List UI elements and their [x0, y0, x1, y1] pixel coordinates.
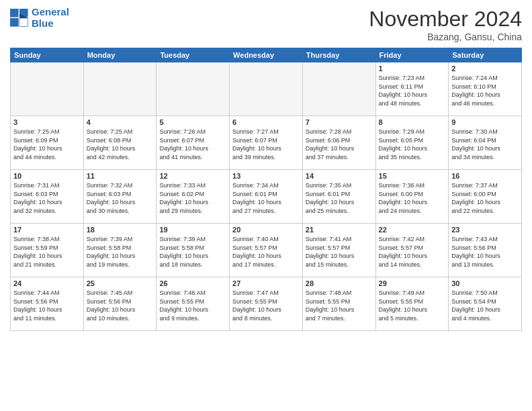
day-info: Sunrise: 7:43 AMSunset: 5:56 PMDaylight:… — [451, 235, 519, 269]
day-info: Sunrise: 7:25 AMSunset: 6:08 PMDaylight:… — [87, 128, 154, 161]
day-number: 17 — [13, 226, 81, 234]
day-info: Sunrise: 7:27 AMSunset: 6:07 PMDaylight:… — [232, 128, 300, 161]
logo-line2: Blue — [32, 17, 54, 29]
header: General Blue November 2024 Bazang, Gansu… — [10, 7, 522, 42]
col-saturday: Saturday — [449, 48, 522, 62]
title-area: November 2024 Bazang, Gansu, China — [369, 7, 522, 42]
col-tuesday: Tuesday — [157, 48, 230, 62]
calendar-table: Sunday Monday Tuesday Wednesday Thursday… — [10, 48, 522, 331]
logo-icon — [10, 9, 29, 28]
header-row: Sunday Monday Tuesday Wednesday Thursday… — [11, 48, 522, 62]
calendar-cell: 11Sunrise: 7:32 AMSunset: 6:03 PMDayligh… — [83, 170, 157, 224]
day-info: Sunrise: 7:46 AMSunset: 5:55 PMDaylight:… — [159, 289, 226, 322]
day-number: 28 — [306, 279, 373, 287]
week-row-4: 24Sunrise: 7:44 AMSunset: 5:56 PMDayligh… — [11, 277, 522, 331]
calendar-cell: 19Sunrise: 7:39 AMSunset: 5:58 PMDayligh… — [157, 224, 230, 277]
calendar-cell: 15Sunrise: 7:36 AMSunset: 6:00 PMDayligh… — [375, 170, 449, 224]
week-row-3: 17Sunrise: 7:38 AMSunset: 5:59 PMDayligh… — [11, 224, 522, 277]
day-number: 15 — [379, 172, 446, 180]
calendar-cell — [157, 62, 230, 116]
day-number: 26 — [159, 279, 226, 287]
logo-text: General Blue — [32, 7, 69, 29]
week-row-1: 3Sunrise: 7:25 AMSunset: 6:09 PMDaylight… — [11, 116, 522, 170]
day-info: Sunrise: 7:49 AMSunset: 5:55 PMDaylight:… — [379, 289, 446, 322]
day-info: Sunrise: 7:36 AMSunset: 6:00 PMDaylight:… — [379, 181, 446, 215]
calendar-cell: 13Sunrise: 7:34 AMSunset: 6:01 PMDayligh… — [230, 170, 303, 224]
calendar-cell — [230, 62, 303, 116]
calendar-cell: 25Sunrise: 7:45 AMSunset: 5:56 PMDayligh… — [83, 277, 157, 331]
calendar-cell — [11, 62, 84, 116]
day-info: Sunrise: 7:23 AMSunset: 6:11 PMDaylight:… — [379, 74, 446, 107]
page: General Blue November 2024 Bazang, Gansu… — [0, 0, 532, 338]
calendar-cell: 17Sunrise: 7:38 AMSunset: 5:59 PMDayligh… — [11, 224, 84, 277]
col-monday: Monday — [83, 48, 157, 62]
col-friday: Friday — [375, 48, 449, 62]
day-info: Sunrise: 7:41 AMSunset: 5:57 PMDaylight:… — [306, 235, 373, 269]
calendar-cell: 8Sunrise: 7:29 AMSunset: 6:05 PMDaylight… — [375, 116, 449, 170]
day-info: Sunrise: 7:47 AMSunset: 5:55 PMDaylight:… — [232, 289, 300, 322]
day-number: 3 — [13, 118, 81, 126]
calendar-cell: 4Sunrise: 7:25 AMSunset: 6:08 PMDaylight… — [83, 116, 157, 170]
calendar-cell: 1Sunrise: 7:23 AMSunset: 6:11 PMDaylight… — [375, 62, 449, 116]
day-number: 24 — [13, 279, 81, 287]
day-info: Sunrise: 7:34 AMSunset: 6:01 PMDaylight:… — [232, 181, 300, 215]
svg-rect-0 — [10, 9, 19, 17]
day-info: Sunrise: 7:26 AMSunset: 6:07 PMDaylight:… — [159, 128, 226, 161]
day-number: 16 — [451, 172, 519, 180]
day-number: 11 — [87, 172, 154, 180]
calendar-cell: 10Sunrise: 7:31 AMSunset: 6:03 PMDayligh… — [11, 170, 84, 224]
calendar-cell: 14Sunrise: 7:35 AMSunset: 6:01 PMDayligh… — [302, 170, 375, 224]
week-row-2: 10Sunrise: 7:31 AMSunset: 6:03 PMDayligh… — [11, 170, 522, 224]
day-info: Sunrise: 7:42 AMSunset: 5:57 PMDaylight:… — [379, 235, 446, 269]
day-number: 18 — [87, 226, 154, 234]
day-number: 14 — [306, 172, 373, 180]
calendar-cell: 28Sunrise: 7:48 AMSunset: 5:55 PMDayligh… — [302, 277, 375, 331]
day-number: 8 — [379, 118, 446, 126]
calendar-cell: 3Sunrise: 7:25 AMSunset: 6:09 PMDaylight… — [11, 116, 84, 170]
col-sunday: Sunday — [11, 48, 84, 62]
calendar-cell: 6Sunrise: 7:27 AMSunset: 6:07 PMDaylight… — [230, 116, 303, 170]
day-number: 22 — [379, 226, 446, 234]
day-info: Sunrise: 7:44 AMSunset: 5:56 PMDaylight:… — [13, 289, 81, 322]
week-row-0: 1Sunrise: 7:23 AMSunset: 6:11 PMDaylight… — [11, 62, 522, 116]
calendar-cell: 18Sunrise: 7:39 AMSunset: 5:58 PMDayligh… — [83, 224, 157, 277]
month-title: November 2024 — [369, 7, 522, 32]
day-number: 13 — [232, 172, 300, 180]
calendar-cell: 12Sunrise: 7:33 AMSunset: 6:02 PMDayligh… — [157, 170, 230, 224]
day-number: 21 — [306, 226, 373, 234]
logo: General Blue — [10, 7, 69, 29]
day-number: 10 — [13, 172, 81, 180]
day-info: Sunrise: 7:25 AMSunset: 6:09 PMDaylight:… — [13, 128, 81, 161]
day-number: 20 — [232, 226, 300, 234]
calendar-cell: 20Sunrise: 7:40 AMSunset: 5:57 PMDayligh… — [230, 224, 303, 277]
day-info: Sunrise: 7:50 AMSunset: 5:54 PMDaylight:… — [451, 289, 519, 322]
calendar-cell: 29Sunrise: 7:49 AMSunset: 5:55 PMDayligh… — [375, 277, 449, 331]
day-info: Sunrise: 7:35 AMSunset: 6:01 PMDaylight:… — [306, 181, 373, 215]
calendar-cell: 7Sunrise: 7:28 AMSunset: 6:06 PMDaylight… — [302, 116, 375, 170]
day-info: Sunrise: 7:33 AMSunset: 6:02 PMDaylight:… — [159, 181, 226, 215]
day-number: 6 — [232, 118, 300, 126]
day-info: Sunrise: 7:37 AMSunset: 6:00 PMDaylight:… — [451, 181, 519, 215]
calendar-cell: 24Sunrise: 7:44 AMSunset: 5:56 PMDayligh… — [11, 277, 84, 331]
calendar-cell: 21Sunrise: 7:41 AMSunset: 5:57 PMDayligh… — [302, 224, 375, 277]
calendar-cell: 9Sunrise: 7:30 AMSunset: 6:04 PMDaylight… — [449, 116, 522, 170]
day-number: 19 — [159, 226, 226, 234]
day-info: Sunrise: 7:39 AMSunset: 5:58 PMDaylight:… — [159, 235, 226, 269]
day-info: Sunrise: 7:48 AMSunset: 5:55 PMDaylight:… — [306, 289, 373, 322]
day-info: Sunrise: 7:45 AMSunset: 5:56 PMDaylight:… — [87, 289, 154, 322]
day-info: Sunrise: 7:32 AMSunset: 6:03 PMDaylight:… — [87, 181, 154, 215]
calendar-cell: 16Sunrise: 7:37 AMSunset: 6:00 PMDayligh… — [449, 170, 522, 224]
svg-rect-2 — [10, 18, 19, 27]
calendar-cell — [83, 62, 157, 116]
day-info: Sunrise: 7:28 AMSunset: 6:06 PMDaylight:… — [306, 128, 373, 161]
day-info: Sunrise: 7:38 AMSunset: 5:59 PMDaylight:… — [13, 235, 81, 269]
day-number: 23 — [451, 226, 519, 234]
day-info: Sunrise: 7:40 AMSunset: 5:57 PMDaylight:… — [232, 235, 300, 269]
day-number: 7 — [306, 118, 373, 126]
day-info: Sunrise: 7:30 AMSunset: 6:04 PMDaylight:… — [451, 128, 519, 161]
subtitle: Bazang, Gansu, China — [369, 32, 522, 42]
calendar-cell: 23Sunrise: 7:43 AMSunset: 5:56 PMDayligh… — [449, 224, 522, 277]
day-number: 30 — [451, 279, 519, 287]
day-info: Sunrise: 7:39 AMSunset: 5:58 PMDaylight:… — [87, 235, 154, 269]
col-wednesday: Wednesday — [230, 48, 303, 62]
